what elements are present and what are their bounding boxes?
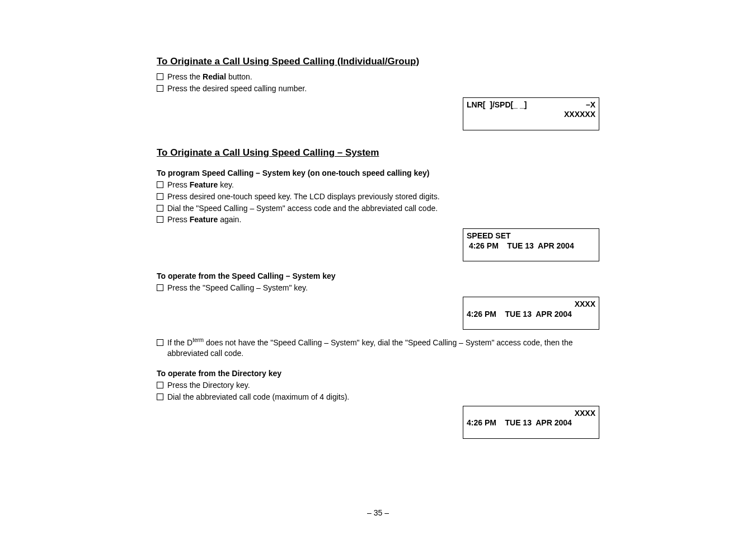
checkbox-icon (157, 181, 163, 188)
item-text: If the Dterm does not have the "Speed Ca… (167, 338, 599, 359)
lcd-display: LNR[ ]/SPD[_ _] –X XXXXXX (463, 97, 599, 130)
item-text: Press the desired speed calling number. (167, 83, 307, 94)
lcd-display: SPEED SET 4:26 PM TUE 13 APR 2004 (463, 228, 599, 261)
list-item: Press desired one-touch speed key. The L… (157, 191, 599, 202)
list-item: Dial the abbreviated call code (maximum … (157, 392, 599, 402)
subheading-program-system-key: To program Speed Calling – System key (o… (157, 168, 599, 177)
list-item: Press Feature key. (157, 180, 599, 190)
list-item: Press the desired speed calling number. (157, 83, 599, 94)
item-text: Press desired one-touch speed key. The L… (167, 191, 440, 202)
checkbox-icon (157, 394, 163, 400)
lcd-display: XXXX 4:26 PM TUE 13 APR 2004 (463, 406, 599, 439)
heading-speed-calling-individual-group: To Originate a Call Using Speed Calling … (157, 56, 599, 67)
checkbox-icon (157, 382, 163, 388)
document-page: To Originate a Call Using Speed Calling … (0, 0, 756, 465)
checkbox-icon (157, 216, 163, 223)
subheading-operate-directory-key: To operate from the Directory key (157, 369, 599, 378)
checkbox-icon (157, 284, 163, 291)
item-text: Press the "Speed Calling – System" key. (167, 283, 308, 293)
lcd-line: XXXXXX (564, 110, 595, 120)
list-item: Press Feature again. (157, 214, 599, 225)
lcd-line: LNR[ ]/SPD[_ _] (467, 100, 527, 110)
checkbox-icon (157, 73, 163, 80)
list-item: Press the "Speed Calling – System" key. (157, 283, 599, 293)
lcd-line: XXXX (575, 299, 595, 310)
lcd-line: 4:26 PM TUE 13 APR 2004 (467, 310, 572, 320)
item-text: Dial the "Speed Calling – System" access… (167, 203, 438, 214)
item-text: Press the Redial button. (167, 72, 252, 82)
page-number: – 35 – (0, 508, 756, 517)
heading-speed-calling-system: To Originate a Call Using Speed Calling … (157, 147, 599, 158)
checkbox-icon (157, 85, 163, 92)
lcd-line: –X (586, 100, 595, 110)
lcd-line: SPEED SET (467, 231, 511, 241)
item-text: Press Feature key. (167, 180, 234, 190)
lcd-display: XXXX 4:26 PM TUE 13 APR 2004 (463, 297, 599, 330)
checkbox-icon (157, 205, 163, 212)
list-item: Press the Directory key. (157, 380, 599, 391)
item-text: Press the Directory key. (167, 380, 250, 391)
subheading-operate-system-key: To operate from the Speed Calling – Syst… (157, 271, 599, 280)
lcd-line: 4:26 PM TUE 13 APR 2004 (467, 241, 574, 251)
checkbox-icon (157, 193, 163, 200)
item-text: Dial the abbreviated call code (maximum … (167, 392, 349, 402)
item-text: Press Feature again. (167, 214, 241, 225)
list-item: Dial the "Speed Calling – System" access… (157, 203, 599, 214)
lcd-line: 4:26 PM TUE 13 APR 2004 (467, 418, 572, 428)
list-item: Press the Redial button. (157, 72, 599, 82)
list-item: If the Dterm does not have the "Speed Ca… (157, 338, 599, 359)
checkbox-icon (157, 339, 163, 346)
lcd-line: XXXX (575, 409, 595, 419)
